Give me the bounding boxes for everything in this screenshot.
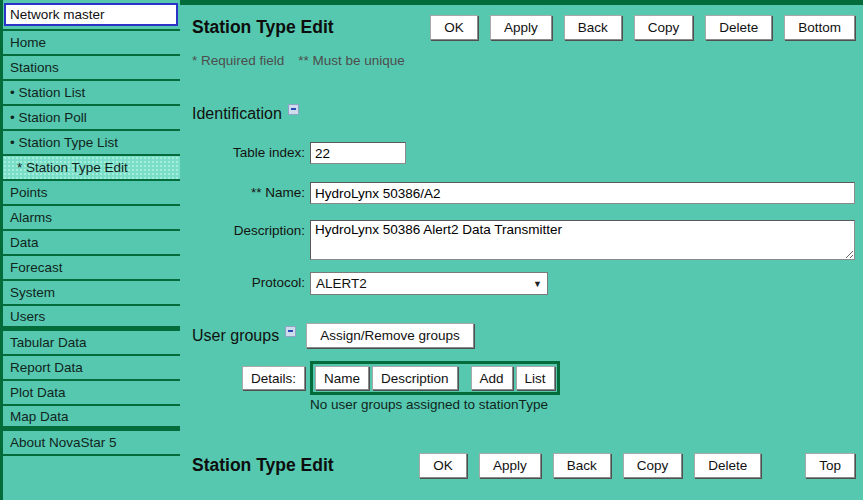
sort-by-name-button[interactable]: Name: [315, 366, 369, 390]
sidebar-item-station-list[interactable]: • Station List: [3, 81, 180, 106]
ok-button[interactable]: OK: [430, 15, 478, 40]
footer-button-row: OK Apply Back Copy Delete Top: [419, 453, 855, 478]
sidebar: Network master Home Stations • Station L…: [0, 0, 180, 500]
sidebar-item-users[interactable]: Users: [3, 306, 180, 331]
footer-page-title: Station Type Edit: [192, 455, 334, 476]
identification-heading: Identification: [192, 105, 282, 123]
back-button[interactable]: Back: [564, 15, 622, 40]
add-button[interactable]: Add: [471, 366, 513, 390]
dropdown-arrow-icon: ▼: [533, 279, 542, 289]
details-button-cell: Details:: [192, 366, 310, 390]
apply-button[interactable]: Apply: [479, 453, 541, 478]
collapse-icon[interactable]: [285, 326, 296, 337]
network-selector-row: Network master: [3, 0, 180, 31]
sidebar-item-alarms[interactable]: Alarms: [3, 206, 180, 231]
protocol-row: Protocol: ALERT2 ▼: [192, 272, 855, 295]
sidebar-item-about-novastar[interactable]: About NovaStar 5: [3, 431, 180, 456]
header-title-row: Station Type Edit OK Apply Back Copy Del…: [192, 14, 855, 40]
network-selector[interactable]: Network master: [4, 3, 178, 26]
unique-field-note: ** Must be unique: [298, 53, 405, 68]
user-groups-heading-row: User groups Assign/Remove groups: [192, 323, 855, 349]
page-title: Station Type Edit: [192, 17, 334, 38]
table-index-row: Table index:: [192, 142, 855, 164]
name-row: ** Name:: [192, 182, 855, 204]
sidebar-item-tabular-data[interactable]: Tabular Data: [3, 331, 180, 356]
sidebar-item-points[interactable]: Points: [3, 181, 180, 206]
header-button-row: OK Apply Back Copy Delete Bottom: [430, 15, 855, 40]
assign-remove-groups-button[interactable]: Assign/Remove groups: [306, 323, 474, 348]
identification-heading-row: Identification: [192, 104, 855, 124]
sidebar-item-data[interactable]: Data: [3, 231, 180, 256]
sidebar-item-forecast[interactable]: Forecast: [3, 256, 180, 281]
sidebar-item-plot-data[interactable]: Plot Data: [3, 381, 180, 406]
sidebar-item-station-poll[interactable]: • Station Poll: [3, 106, 180, 131]
sidebar-item-station-type-list[interactable]: • Station Type List: [3, 131, 180, 156]
sort-by-description-button[interactable]: Description: [372, 366, 458, 390]
details-button[interactable]: Details:: [242, 366, 305, 390]
no-user-groups-message: No user groups assigned to stationType: [310, 397, 855, 412]
protocol-selected-value: ALERT2: [316, 276, 367, 291]
sidebar-item-station-type-edit[interactable]: * Station Type Edit: [3, 156, 180, 181]
collapse-icon[interactable]: [288, 104, 299, 115]
sidebar-item-report-data[interactable]: Report Data: [3, 356, 180, 381]
description-textarea[interactable]: HydroLynx 50386 Alert2 Data Transmitter: [310, 220, 855, 260]
sidebar-item-home[interactable]: Home: [3, 31, 180, 56]
list-button[interactable]: List: [516, 366, 555, 390]
copy-button[interactable]: Copy: [634, 15, 694, 40]
name-input[interactable]: [310, 182, 855, 204]
protocol-select[interactable]: ALERT2 ▼: [310, 272, 548, 295]
required-field-note: * Required field: [192, 53, 284, 68]
main-content: Station Type Edit OK Apply Back Copy Del…: [180, 0, 863, 500]
ok-button[interactable]: OK: [419, 453, 467, 478]
top-button[interactable]: Top: [805, 453, 855, 478]
network-selector-label: Network master: [10, 7, 105, 22]
user-groups-button-frame: Name Description Add List: [310, 361, 560, 395]
sidebar-item-system[interactable]: System: [3, 281, 180, 306]
table-index-input[interactable]: [310, 142, 406, 164]
minus-glyph: [291, 108, 296, 110]
copy-button[interactable]: Copy: [623, 453, 683, 478]
delete-button[interactable]: Delete: [694, 453, 761, 478]
description-label: Description:: [192, 220, 310, 238]
user-groups-heading: User groups: [192, 327, 279, 345]
delete-button[interactable]: Delete: [705, 15, 772, 40]
footer-title-row: Station Type Edit OK Apply Back Copy Del…: [192, 452, 855, 478]
field-notes: * Required field ** Must be unique: [192, 53, 855, 68]
protocol-label: Protocol:: [192, 272, 310, 290]
sidebar-item-stations[interactable]: Stations: [3, 56, 180, 81]
description-row: Description: HydroLynx 50386 Alert2 Data…: [192, 220, 855, 260]
bottom-button[interactable]: Bottom: [784, 15, 855, 40]
table-index-label: Table index:: [192, 142, 310, 160]
sidebar-item-map-data[interactable]: Map Data: [3, 406, 180, 431]
minus-glyph: [288, 330, 293, 332]
back-button[interactable]: Back: [553, 453, 611, 478]
top-divider-bar: [180, 0, 863, 5]
apply-button[interactable]: Apply: [490, 15, 552, 40]
name-label: ** Name:: [192, 182, 310, 200]
user-groups-details-row: Details: Name Description Add List: [192, 361, 855, 395]
